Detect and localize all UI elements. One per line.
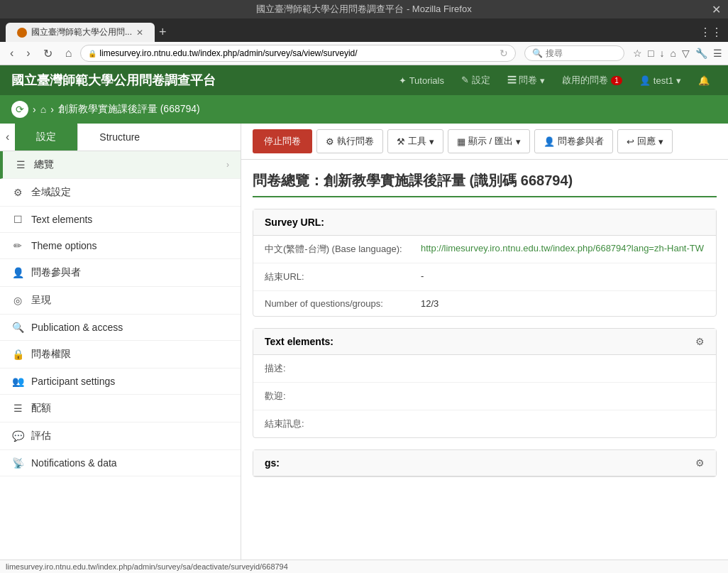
home-button[interactable]: ⌂ <box>61 45 77 61</box>
sidebar-toggle-button[interactable]: ‹ <box>0 125 15 149</box>
browser-close-button[interactable]: ✕ <box>712 3 721 16</box>
settings-button[interactable]: ✎ 設定 <box>454 71 497 89</box>
extensions-icon[interactable]: 🔧 <box>695 48 707 59</box>
browser-title: 國立臺灣師範大學公用問卷調查平台 - Mozilla Firefox <box>256 4 471 14</box>
pocket-icon[interactable]: ▽ <box>682 48 690 59</box>
url-input[interactable] <box>99 48 500 58</box>
sidebar-item-global-settings[interactable]: ⚙ 全域設定 <box>0 179 241 207</box>
reload-url-button[interactable]: ↻ <box>500 48 508 59</box>
ls-logo: ⟳ <box>16 104 24 115</box>
tools-button[interactable]: ⚒ 工具 ▾ <box>387 129 443 153</box>
bookmark-icon[interactable]: ☆ <box>633 48 642 59</box>
display-export-button[interactable]: ▦ 顯示 / 匯出 ▾ <box>448 129 530 153</box>
execute-survey-button[interactable]: ⚙ 執行問卷 <box>316 129 383 153</box>
tab-label: 國立臺灣師範大學公用問... <box>31 26 132 38</box>
search-input[interactable] <box>546 48 617 58</box>
sidebar-item-assessment[interactable]: 💬 評估 <box>0 422 241 450</box>
text-elements-icon: ☐ <box>11 214 24 225</box>
menu-icon[interactable]: ☰ <box>713 48 722 59</box>
reload-button[interactable]: ↻ <box>39 45 57 62</box>
text-end-message-row: 結束訊息: <box>253 410 716 437</box>
sidebar-tab-structure[interactable]: Structure <box>77 124 161 150</box>
browser-menu-icon[interactable]: ⋮⋮ <box>700 26 722 39</box>
survey-url-row-1: 中文(繁體-台灣) (Base language): http://limesu… <box>253 236 716 263</box>
nav-icons: ☆ □ ↓ ⌂ ▽ 🔧 ☰ <box>633 48 722 59</box>
active-survey-label: 啟用的問卷 <box>562 74 608 87</box>
survey-url-card: Survey URL: 中文(繁體-台灣) (Base language): h… <box>253 209 717 317</box>
active-survey-badge: 1 <box>611 76 622 85</box>
next-section-settings-button[interactable]: ⚙ <box>695 457 705 469</box>
page-content: 問卷總覽：創新教學實施課後評量 (識別碼 668794) Survey URL:… <box>241 160 728 500</box>
survey-button[interactable]: ☰ 問卷 ▾ <box>500 71 553 89</box>
sidebar-item-notifications-data[interactable]: 📡 Notifications & data <box>0 450 241 476</box>
main-content: 停止問卷 ⚙ 執行問卷 ⚒ 工具 ▾ ▦ 顯示 / 匯出 ▾ 👤 問卷參 <box>241 124 728 573</box>
text-description-row: 描述: <box>253 355 716 383</box>
sidebar-item-label-permissions: 問卷權限 <box>31 348 229 361</box>
survey-url-link[interactable]: http://limesurvey.iro.ntnu.edu.tw/index.… <box>421 243 704 253</box>
download-icon[interactable]: ↓ <box>660 48 665 59</box>
survey-permissions-icon: 🔒 <box>11 349 24 360</box>
app-logo: 國立臺灣師範大學公用問卷調查平台 <box>11 72 216 89</box>
participants-label: 問卷參與者 <box>558 135 604 148</box>
sidebar-item-overview[interactable]: ☰ 總覽 › <box>0 151 241 179</box>
end-message-label: 結束訊息: <box>265 418 304 429</box>
back-button[interactable]: ‹ <box>6 45 18 61</box>
text-welcome-row: 歡迎: <box>253 383 716 410</box>
sidebar-item-quotas[interactable]: ☰ 配額 <box>0 395 241 422</box>
participant-settings-icon: 👥 <box>11 376 24 387</box>
search-icon: 🔍 <box>532 48 543 58</box>
new-tab-button[interactable]: + <box>159 25 167 40</box>
survey-participants-button[interactable]: 👤 問卷參與者 <box>534 129 613 153</box>
survey-url-value-1: http://limesurvey.iro.ntnu.edu.tw/index.… <box>421 243 705 256</box>
sidebar-item-survey-permissions[interactable]: 🔒 問卷權限 <box>0 341 241 369</box>
breadcrumb-arrow2: › <box>50 104 54 115</box>
survey-breadcrumb[interactable]: 創新教學實施課後評量 (668794) <box>58 103 200 116</box>
sidebar-item-label-overview: 總覽 <box>34 158 226 171</box>
status-url: limesurvey.iro.ntnu.edu.tw/index.php/adm… <box>6 562 288 571</box>
sidebar-menu: ☰ 總覽 › ⚙ 全域設定 ☐ Text elements ✏ Theme op… <box>0 151 241 476</box>
responses-button[interactable]: ↩ 回應 ▾ <box>617 129 673 153</box>
sidebar-item-publication-access[interactable]: 🔍 Publication & access <box>0 315 241 341</box>
next-section-card-header: gs: ⚙ <box>253 450 716 476</box>
app: 國立臺灣師範大學公用問卷調查平台 ✦ Tutorials ✎ 設定 ☰ 問卷 ▾… <box>0 65 728 573</box>
sidebar-item-label-theme: Theme options <box>31 240 229 251</box>
display-icon: ▦ <box>457 136 465 147</box>
questions-groups-label: Number of questions/groups: <box>265 298 421 309</box>
tutorials-button[interactable]: ✦ Tutorials <box>392 72 451 89</box>
sidebar-item-survey-participants[interactable]: 👤 問卷參與者 <box>0 259 241 287</box>
survey-url-row-3: Number of questions/groups: 12/3 <box>253 291 716 316</box>
quotas-icon: ☰ <box>11 403 24 414</box>
sidebar-item-theme-options[interactable]: ✏ Theme options <box>0 233 241 259</box>
sidebar-tab-settings[interactable]: 設定 <box>15 124 77 151</box>
sidebar-item-label-assessment: 評估 <box>31 430 229 442</box>
text-elements-header-label: Text elements: <box>265 336 333 347</box>
user-icon: 👤 <box>639 75 651 86</box>
sidebar-item-text-elements[interactable]: ☐ Text elements <box>0 207 241 233</box>
text-elements-card: Text elements: ⚙ 描述: 歡迎: 結束訊息: <box>253 328 717 438</box>
theme-options-icon: ✏ <box>11 240 24 251</box>
screenshot-icon[interactable]: □ <box>648 48 653 59</box>
browser-tab-active[interactable]: 國立臺灣師範大學公用問... ✕ <box>6 23 155 42</box>
execute-label: 執行問卷 <box>337 135 374 148</box>
browser-nav-bar: ‹ › ↻ ⌂ 🔒 ↻ 🔍 ☆ □ ↓ ⌂ ▽ 🔧 ☰ <box>0 42 728 65</box>
display-dropdown-icon: ▾ <box>516 136 521 147</box>
app-nav: ✦ Tutorials ✎ 設定 ☰ 問卷 ▾ 啟用的問卷 1 👤 test1 … <box>392 71 717 89</box>
tab-favicon <box>17 28 27 38</box>
text-elements-settings-button[interactable]: ⚙ <box>695 336 705 347</box>
home-nav-icon[interactable]: ⌂ <box>671 48 676 59</box>
tab-close-button[interactable]: ✕ <box>136 28 143 38</box>
sidebar-item-presentation[interactable]: ◎ 呈現 <box>0 287 241 315</box>
active-survey-button[interactable]: 啟用的問卷 1 <box>555 71 629 89</box>
sidebar-item-label-participants: 問卷參與者 <box>31 266 229 279</box>
description-label: 描述: <box>265 363 286 373</box>
forward-button[interactable]: › <box>22 45 34 61</box>
browser-title-bar: 國立臺灣師範大學公用問卷調查平台 - Mozilla Firefox ✕ <box>0 0 728 18</box>
sidebar-item-label-presentation: 呈現 <box>31 294 229 307</box>
tools-icon: ⚒ <box>397 136 405 147</box>
sidebar-item-participant-settings[interactable]: 👥 Participant settings <box>0 369 241 395</box>
notifications-button[interactable]: 🔔 <box>691 72 717 89</box>
stop-survey-button[interactable]: 停止問卷 <box>253 129 312 153</box>
app-header: 國立臺灣師範大學公用問卷調查平台 ✦ Tutorials ✎ 設定 ☰ 問卷 ▾… <box>0 65 728 95</box>
survey-url-label-1: 中文(繁體-台灣) (Base language): <box>265 243 421 256</box>
user-button[interactable]: 👤 test1 ▾ <box>632 72 688 89</box>
